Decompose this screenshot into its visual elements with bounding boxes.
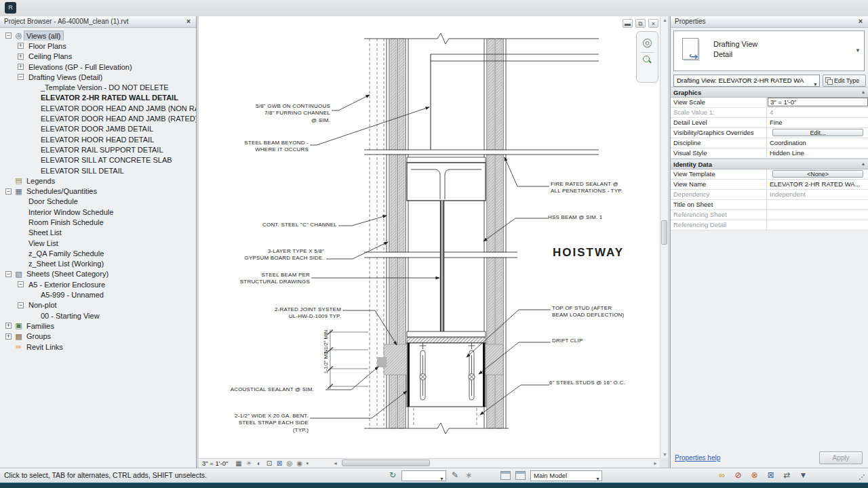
tree-expander-icon[interactable]: +: [5, 323, 12, 329]
tree-expander-icon[interactable]: +: [18, 64, 24, 70]
scale-button[interactable]: 3" = 1'-0": [199, 460, 233, 467]
pencil-icon[interactable]: ✎: [452, 470, 458, 480]
property-row-view-scale[interactable]: View Scale 3" = 1'-0": [671, 98, 868, 108]
tree-item[interactable]: + Floor Plans: [0, 41, 196, 51]
resize-grip[interactable]: [859, 474, 865, 481]
tree-item[interactable]: ∞ Revit Links: [0, 342, 196, 352]
tree-item[interactable]: ELEVATOR HOOR HEAD DETAIL: [0, 134, 196, 144]
property-row-detail-level[interactable]: Detail Level Fine: [671, 118, 868, 128]
temporary-hide-icon[interactable]: ◎: [284, 459, 294, 468]
identity-section-header[interactable]: Identity Data ▴: [671, 159, 868, 169]
design-options-icon[interactable]: [515, 471, 526, 480]
property-row-discipline[interactable]: Discipline Coordination: [671, 138, 868, 148]
vertical-scrollbar[interactable]: ▲ ▼: [660, 16, 668, 458]
steering-wheel-icon[interactable]: ◎: [641, 36, 654, 49]
scroll-up-icon[interactable]: ▲: [663, 18, 667, 22]
tree-item[interactable]: A5-999 - Unnamed: [0, 289, 196, 300]
tree-item[interactable]: − Drafting Views (Detail): [0, 72, 196, 82]
tree-expander-icon[interactable]: −: [18, 74, 24, 80]
property-row-referencing-sheet[interactable]: Referencing Sheet: [671, 210, 868, 220]
tree-item[interactable]: 00 - Starting View: [0, 310, 196, 321]
tree-item[interactable]: − ▧ Sheets (Sheet Category): [0, 269, 196, 279]
design-options-combo[interactable]: Main Model ▼: [530, 470, 602, 481]
instance-selector-combo[interactable]: Drafting View: ELEVATOR 2-HR RATED WA ▼: [673, 75, 820, 87]
tree-expander-icon[interactable]: −: [18, 281, 24, 287]
note-steel-beam-struct[interactable]: STEEL BEAM PER STRUCTURAL DRAWINGS: [201, 272, 310, 286]
property-row-title-on-sheet[interactable]: Title on Sheet: [671, 200, 868, 210]
tree-item[interactable]: − A5 - Exterior Enclosure: [0, 279, 196, 289]
collapse-section-icon[interactable]: ▴: [862, 89, 865, 95]
exclude-options-icon[interactable]: ⊠: [765, 470, 776, 481]
tree-item[interactable]: + ▣ Families: [0, 321, 196, 331]
close-icon[interactable]: ×: [856, 16, 865, 26]
sparkle-icon[interactable]: ∗: [465, 470, 472, 480]
note-hss-beam[interactable]: HSS BEAM @ SIM. 1: [548, 214, 663, 221]
scroll-left-icon[interactable]: ◄: [333, 461, 338, 466]
selection-filter-icon[interactable]: ▼: [797, 470, 809, 481]
worksharing-display-icon[interactable]: [500, 471, 511, 480]
tree-expander-icon[interactable]: +: [5, 333, 12, 340]
drawing-area[interactable]: 5/8" GWB ON CONTINUOUS 7/8" FURRING CHAN…: [199, 16, 668, 468]
hoistway-room-label[interactable]: HOISTWAY: [553, 246, 624, 260]
minimize-view-icon[interactable]: ▬: [623, 19, 633, 28]
tree-item[interactable]: Door Schedule: [0, 197, 196, 207]
note-bent-strap[interactable]: 2-1/2" WIDE X 20 GA. BENT. STEEL STRAP E…: [200, 413, 309, 434]
exclude-links-icon[interactable]: ⊘: [732, 470, 744, 481]
note-top-of-stud[interactable]: TOP OF STUD (AFTER BEAM LOAD DEFLECTION): [552, 305, 667, 319]
tree-item[interactable]: _Template Version - DO NOT DELETE: [0, 82, 196, 92]
project-browser-titlebar[interactable]: Project Browser - A6-4000M_clean (1).rvt…: [0, 16, 196, 28]
edit-overrides-button[interactable]: Edit...: [772, 129, 863, 136]
editable-only-icon[interactable]: ∞: [716, 470, 728, 481]
tree-item[interactable]: ELEVATOR DOOR HEAD AND JAMB (NON RATED: [0, 103, 196, 113]
note-rated-joint[interactable]: 2-RATED JOINT SYSTEM UL-HW-D-1009 TYP.: [233, 306, 341, 321]
tree-expander-icon[interactable]: +: [18, 43, 24, 49]
shadows-icon[interactable]: ◐: [254, 459, 264, 468]
property-row-view-template[interactable]: View Template <None>: [671, 169, 868, 180]
type-selector[interactable]: ↪ Drafting View Detail ▼: [673, 30, 865, 71]
scroll-down-icon[interactable]: ▼: [663, 452, 667, 457]
property-row-visual-style[interactable]: Visual Style Hidden Line: [671, 148, 868, 159]
property-row-dependency[interactable]: Dependency Independent: [671, 190, 868, 200]
tree-expander-icon[interactable]: −: [18, 302, 24, 308]
exclude-pinned-icon[interactable]: ⊗: [749, 470, 760, 481]
chevron-down-icon[interactable]: ▼: [855, 47, 861, 54]
tree-item[interactable]: ELEVATOR SILL AT CONCRETE SLAB: [0, 155, 196, 165]
tree-expander-icon[interactable]: +: [18, 54, 24, 60]
property-row-scale-value[interactable]: Scale Value 1: 4: [671, 108, 868, 118]
tree-expander-icon[interactable]: −: [5, 271, 12, 277]
tree-expander-icon[interactable]: −: [5, 188, 12, 195]
tree-item[interactable]: z_QA Family Schedule: [0, 248, 196, 258]
close-icon[interactable]: ×: [184, 16, 193, 26]
worksets-icon[interactable]: ↻: [389, 470, 396, 480]
tree-item[interactable]: ELEVATOR SILL DETAIL: [0, 165, 196, 176]
reveal-hidden-icon[interactable]: ◉: [294, 459, 304, 468]
properties-help-link[interactable]: Properties help: [675, 454, 720, 462]
view-control-more-icon[interactable]: ▾: [306, 461, 309, 466]
note-drift-clip[interactable]: DRIFT CLIP: [552, 338, 667, 344]
view-template-button[interactable]: <None>: [772, 170, 863, 178]
tree-item[interactable]: − ▦ Schedules/Quantities: [0, 186, 196, 196]
horizontal-scrollbar[interactable]: ◄ ►: [331, 458, 660, 468]
tree-item[interactable]: ▤ Legends: [0, 176, 196, 186]
scroll-right-icon[interactable]: ►: [653, 461, 658, 466]
graphics-section-header[interactable]: Graphics ▴: [671, 87, 868, 98]
note-gypsum-layers[interactable]: 3-LAYER TYPE X 5/8" GYPSUM BOARD EACH SI…: [216, 248, 324, 262]
workset-combo[interactable]: ▼: [401, 470, 446, 481]
vertical-scroll-thumb[interactable]: [661, 220, 667, 245]
restore-view-icon[interactable]: ⧉: [635, 19, 646, 28]
dimension-label[interactable]: 1-1/2" MIN.: [323, 341, 329, 382]
horizontal-scroll-thumb[interactable]: [342, 460, 430, 466]
tree-item[interactable]: ELEVATOR DOOR HEAD AND JAMB (RATED): [0, 113, 196, 123]
property-row-vg-overrides[interactable]: Visibility/Graphics Overrides Edit...: [671, 128, 868, 138]
tree-item[interactable]: ELEVATOR 2-HR RATED WALL DETAIL: [0, 93, 196, 103]
tree-item[interactable]: Room Finish Schedule: [0, 217, 196, 227]
tree-item[interactable]: Interior Window Schedule: [0, 207, 196, 217]
note-fire-rated-sealant[interactable]: FIRE RATED SEALANT @ ALL PENETRATIONS - …: [551, 181, 666, 195]
collapse-section-icon[interactable]: ▴: [862, 161, 865, 167]
edit-type-button[interactable]: Edit Type: [823, 75, 866, 87]
view-scale-input[interactable]: 3" = 1'-0": [768, 98, 868, 106]
tree-item[interactable]: Sheet List: [0, 228, 196, 238]
press-drag-icon[interactable]: ⇄: [781, 470, 793, 481]
property-row-view-name[interactable]: View Name ELEVATOR 2-HR RATED WA...: [671, 180, 868, 190]
note-acoustical-sealant[interactable]: ACOUSTICAL SEALANT @ SIM.: [205, 386, 314, 393]
